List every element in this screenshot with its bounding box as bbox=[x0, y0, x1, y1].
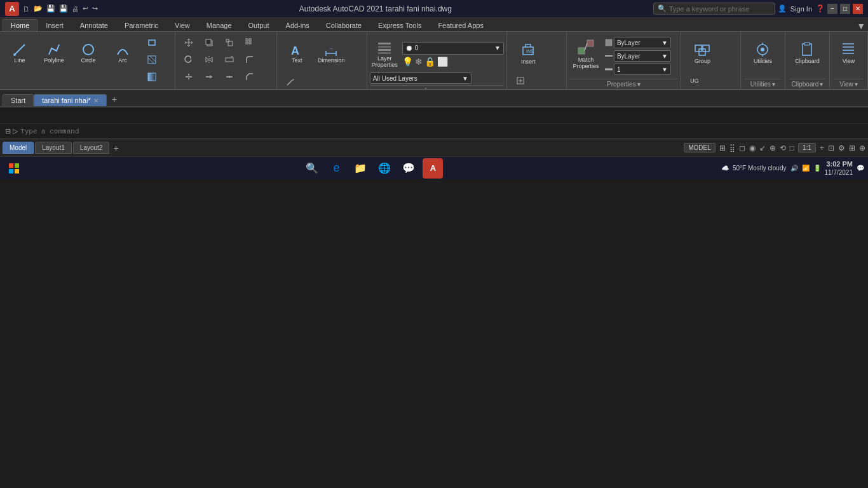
command-input-area[interactable]: ⊟ ▷ bbox=[0, 123, 868, 139]
trim-button[interactable] bbox=[179, 69, 198, 85]
tab-annotate[interactable]: Annotate bbox=[72, 19, 116, 31]
otrack-button[interactable]: ⊕ bbox=[770, 144, 776, 152]
extend-button[interactable] bbox=[200, 69, 219, 85]
join-button[interactable] bbox=[220, 69, 239, 85]
settings-button[interactable]: ⚙ bbox=[838, 144, 845, 152]
layer-properties-button[interactable]: LayerProperties bbox=[370, 37, 400, 71]
isolate-button[interactable]: ⊕ bbox=[859, 144, 865, 152]
model-button[interactable]: MODEL bbox=[684, 143, 715, 152]
taskbar-clock[interactable]: 3:02 PM 11/7/2021 bbox=[825, 159, 853, 177]
fullscreen-button[interactable]: ⊞ bbox=[849, 144, 855, 152]
view-button[interactable]: View bbox=[834, 34, 863, 71]
layer-freeze-icon[interactable]: ❄ bbox=[415, 57, 423, 67]
match-properties-button[interactable]: MatchProperties bbox=[569, 37, 602, 71]
workspace-button[interactable]: ⊡ bbox=[828, 144, 834, 152]
grid-display-button[interactable]: ⊞ bbox=[719, 144, 726, 152]
chamfer-button[interactable] bbox=[240, 69, 259, 85]
taskbar-battery-icon[interactable]: 🔋 bbox=[813, 165, 821, 172]
taskbar-whatsapp[interactable]: 💬 bbox=[398, 158, 419, 179]
group-button[interactable]: Group bbox=[685, 34, 720, 71]
tab-collaborate[interactable]: Collaborate bbox=[318, 19, 370, 31]
layout-tab-layout1[interactable]: Layout1 bbox=[35, 142, 72, 154]
arc-button[interactable]: Arc bbox=[107, 34, 139, 71]
sign-in-label[interactable]: Sign In bbox=[790, 5, 812, 13]
polar-button[interactable]: ◉ bbox=[749, 144, 756, 152]
array-button[interactable] bbox=[240, 34, 259, 51]
utilities-button[interactable]: Utilities bbox=[747, 34, 778, 71]
taskbar-notification-icon[interactable]: 💬 bbox=[857, 165, 864, 172]
tab-manage[interactable]: Manage bbox=[198, 19, 240, 31]
transparency-button[interactable]: □ bbox=[790, 144, 794, 152]
view-group-label[interactable]: View ▾ bbox=[834, 79, 864, 89]
snap-button[interactable]: ⣿ bbox=[729, 144, 735, 152]
gradient-button[interactable] bbox=[142, 69, 161, 85]
polyline-button[interactable]: Polyline bbox=[38, 34, 70, 71]
osnap-button[interactable]: ↙ bbox=[759, 144, 766, 152]
linetype-selector[interactable]: ByLayer ▼ bbox=[614, 50, 671, 62]
move-button[interactable] bbox=[179, 34, 198, 51]
clipboard-group-label[interactable]: Clipboard ▾ bbox=[789, 79, 825, 89]
copy-button[interactable] bbox=[200, 34, 219, 51]
create-block-button[interactable] bbox=[511, 72, 530, 89]
taskbar-files[interactable]: 📁 bbox=[350, 158, 370, 179]
maximize-button[interactable]: □ bbox=[840, 4, 850, 14]
rectangle-button[interactable] bbox=[142, 34, 161, 51]
tab-output[interactable]: Output bbox=[240, 19, 278, 31]
annotation-scale-button[interactable]: + bbox=[820, 144, 824, 152]
ribbon-options-icon[interactable]: ▼ bbox=[857, 21, 865, 31]
scale-button[interactable] bbox=[220, 34, 239, 51]
ortho-button[interactable]: ◻ bbox=[739, 144, 745, 152]
tab-home[interactable]: Home bbox=[3, 19, 37, 31]
color-selector[interactable]: ByLayer ▼ bbox=[614, 37, 671, 48]
tab-featuredapps[interactable]: Featured Apps bbox=[430, 19, 492, 31]
command-input[interactable] bbox=[20, 128, 863, 135]
properties-group-label[interactable]: Properties ▾ bbox=[569, 79, 678, 89]
text-button[interactable]: A Text bbox=[281, 34, 313, 71]
tab-expresstools[interactable]: Express Tools bbox=[370, 19, 430, 31]
taskbar-network-icon[interactable]: 📶 bbox=[802, 165, 810, 172]
tab-addins[interactable]: Add-ins bbox=[278, 19, 318, 31]
close-button[interactable]: ✕ bbox=[853, 4, 863, 14]
tab-start[interactable]: Start bbox=[3, 94, 34, 106]
saveas-button[interactable]: 💾 bbox=[59, 4, 68, 13]
start-button[interactable] bbox=[4, 158, 24, 179]
tab-drawing-close[interactable]: ✕ bbox=[93, 97, 98, 104]
tab-parametric[interactable]: Parametric bbox=[116, 19, 166, 31]
command-prompt-icons[interactable]: ⊟ ▷ bbox=[5, 127, 18, 135]
save-button[interactable]: 💾 bbox=[46, 4, 55, 13]
circle-button[interactable]: Circle bbox=[72, 34, 104, 71]
ungroup-button[interactable]: UG bbox=[685, 72, 704, 89]
open-button[interactable]: 📂 bbox=[34, 4, 43, 13]
stretch-button[interactable] bbox=[220, 51, 239, 68]
minimize-button[interactable]: − bbox=[827, 4, 837, 14]
undo-button[interactable]: ↩ bbox=[83, 4, 88, 13]
layout-tab-model[interactable]: Model bbox=[3, 142, 34, 154]
taskbar-autocad[interactable]: A bbox=[423, 158, 443, 179]
dimension-button[interactable]: ↔ Dimension bbox=[315, 34, 347, 71]
layer-color-icon[interactable]: ⬜ bbox=[437, 57, 448, 67]
clipboard-button[interactable]: Clipboard bbox=[791, 34, 823, 71]
layer-filter-selector[interactable]: All Used Layers ▼ bbox=[370, 72, 471, 84]
tab-insert[interactable]: Insert bbox=[37, 19, 72, 31]
rotate-button[interactable] bbox=[179, 51, 198, 68]
help-icon[interactable]: ❓ bbox=[816, 4, 825, 13]
line-button[interactable]: Line bbox=[4, 34, 36, 71]
layer-selector[interactable]: 0 ▼ bbox=[402, 42, 504, 55]
taskbar-edge[interactable]: e bbox=[326, 158, 346, 179]
search-input[interactable] bbox=[669, 5, 771, 13]
layer-lock-icon[interactable]: 🔒 bbox=[424, 57, 435, 67]
scale-button[interactable]: 1:1 bbox=[798, 143, 816, 152]
mirror-button[interactable] bbox=[200, 51, 219, 68]
tab-drawing[interactable]: tarahi fani nhai* ✕ bbox=[34, 94, 106, 106]
search-bar[interactable]: 🔍 bbox=[653, 3, 775, 15]
hatch-button[interactable] bbox=[142, 51, 161, 68]
insert-block-button[interactable]: INS Insert bbox=[511, 34, 546, 71]
taskbar-search[interactable]: 🔍 bbox=[302, 158, 322, 179]
lineweight-selector[interactable]: 1 ▼ bbox=[614, 64, 671, 75]
layer-on-icon[interactable]: 💡 bbox=[402, 57, 413, 67]
fillet-button[interactable] bbox=[240, 51, 259, 68]
new-button[interactable]: 🗋 bbox=[23, 5, 30, 13]
taskbar-volume-icon[interactable]: 🔊 bbox=[790, 165, 798, 172]
print-button[interactable]: 🖨 bbox=[72, 5, 79, 13]
add-tab-button[interactable]: + bbox=[107, 92, 122, 106]
